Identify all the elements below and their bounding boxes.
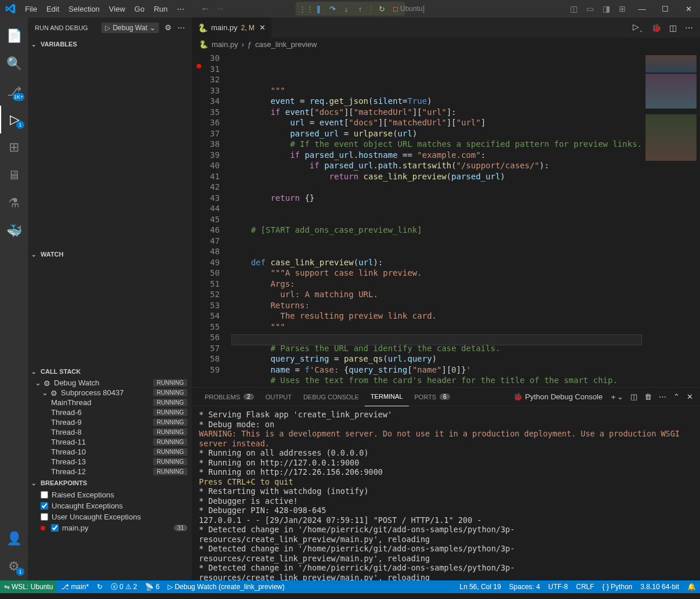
breakpoint-checkbox[interactable]	[51, 524, 59, 532]
terminal-output[interactable]: * Serving Flask app 'create_link_preview…	[192, 406, 700, 580]
remote-explorer-icon[interactable]: 🖥	[0, 161, 28, 189]
eol[interactable]: CRLF	[572, 580, 598, 593]
editor-more-icon[interactable]: ⋯	[685, 23, 693, 33]
new-terminal-icon[interactable]: ＋⌄	[610, 392, 623, 402]
breakpoint-dot[interactable]	[197, 64, 201, 68]
debug-pause[interactable]: ‖	[313, 5, 324, 13]
indentation[interactable]: Spaces: 4	[505, 580, 544, 593]
search-icon[interactable]: 🔍	[0, 50, 28, 78]
menu-go[interactable]: Go	[130, 5, 149, 13]
testing-icon[interactable]: ⚗	[0, 189, 28, 217]
callstack-item[interactable]: Thread-11RUNNING	[28, 437, 192, 447]
debug-grip[interactable]: ⋮⋮	[299, 5, 310, 13]
section-variables[interactable]: ⌄ VARIABLES	[28, 38, 192, 50]
section-watch[interactable]: ⌄ WATCH	[28, 248, 192, 261]
problems-status[interactable]: ⓧ0 ⚠2	[107, 580, 141, 593]
status-badge: RUNNING	[153, 448, 187, 456]
remote-indicator[interactable]: ⇋ WSL: Ubuntu	[0, 580, 57, 593]
debug-console-select[interactable]: 🐞 Python Debug Console	[513, 392, 603, 401]
breakpoint-checkbox[interactable]	[41, 502, 48, 510]
cursor-position[interactable]: Ln 56, Col 19	[455, 580, 505, 593]
callstack-item[interactable]: Thread-12RUNNING	[28, 467, 192, 477]
breadcrumb[interactable]: 🐍 main.py › ƒ case_link_preview	[192, 38, 700, 50]
tab-main-py[interactable]: 🐍 main.py 2, M ✕	[192, 17, 272, 38]
breakpoint-item[interactable]: Uncaught Exceptions	[28, 500, 192, 511]
debug-status[interactable]: ▷ Debug Watch (create_link_preview)	[164, 580, 289, 593]
accounts-icon[interactable]: 👤	[0, 525, 28, 553]
menu-selection[interactable]: Selection	[64, 5, 104, 13]
breakpoint-item[interactable]: main.py31	[28, 522, 192, 533]
breakpoint-checkbox[interactable]	[41, 513, 48, 521]
panel-close-icon[interactable]: ✕	[687, 392, 693, 401]
breakpoint-checkbox[interactable]	[41, 491, 48, 499]
menu-overflow[interactable]: ⋯	[172, 5, 189, 13]
nav-back[interactable]: ←	[201, 3, 210, 14]
panel-more-icon[interactable]: ⋯	[659, 392, 666, 401]
callstack-item[interactable]: Thread-8RUNNING	[28, 427, 192, 437]
debug-step-out[interactable]: ↑	[354, 5, 366, 13]
warning-icon: ⚠	[125, 583, 132, 591]
git-branch[interactable]: ⎇ main*	[57, 580, 93, 593]
python-interpreter[interactable]: 3.8.10 64-bit	[636, 580, 683, 593]
callstack-item[interactable]: ⌄⚙Debug WatchRUNNING	[28, 378, 192, 388]
split-editor-icon[interactable]: ◫	[669, 23, 677, 33]
panel-tab-debug-console[interactable]: DEBUG CONSOLE	[298, 388, 365, 406]
error-icon: ⓧ	[111, 582, 118, 592]
panel-tab-problems[interactable]: PROBLEMS2	[199, 388, 260, 406]
source-control-icon[interactable]: ⎇1K+	[0, 78, 28, 106]
menu-run[interactable]: Run	[149, 5, 172, 13]
panel-tab-terminal[interactable]: TERMINAL	[365, 388, 409, 406]
callstack-item[interactable]: MainThreadRUNNING	[28, 398, 192, 407]
language-mode[interactable]: { } Python	[599, 580, 637, 593]
breakpoint-item[interactable]: Raised Exceptions	[28, 489, 192, 500]
tab-close-icon[interactable]: ✕	[259, 23, 266, 32]
nav-forward[interactable]: →	[216, 3, 225, 14]
debug-gear-icon[interactable]: ⚙	[165, 23, 172, 32]
explorer-icon[interactable]: 📄	[0, 22, 28, 50]
debug-alt-icon[interactable]: 🐞	[651, 23, 661, 33]
run-debug-icon[interactable]: ▷1	[0, 106, 28, 133]
window-close[interactable]: ✕	[677, 0, 700, 17]
menu-file[interactable]: File	[20, 5, 42, 13]
menu-view[interactable]: View	[104, 5, 130, 13]
debug-config-selector[interactable]: ▷ Debug Wat ⌄	[101, 23, 159, 33]
window-minimize[interactable]: —	[630, 0, 654, 17]
docker-icon[interactable]: 🐳	[0, 217, 28, 245]
breakpoint-dot	[41, 526, 45, 531]
breakpoint-item[interactable]: User Uncaught Exceptions	[28, 511, 192, 522]
git-sync[interactable]: ↻	[93, 580, 107, 593]
ports-status[interactable]: 📡6	[141, 580, 164, 593]
callstack-item[interactable]: Thread-10RUNNING	[28, 447, 192, 457]
debug-step-over[interactable]: ↷	[327, 5, 338, 13]
layout-3-icon[interactable]: ◨	[598, 4, 614, 13]
layout-1-icon[interactable]: ◫	[565, 4, 582, 13]
callstack-item[interactable]: Thread-9RUNNING	[28, 417, 192, 427]
panel-tab-output[interactable]: OUTPUT	[260, 388, 298, 406]
split-terminal-icon[interactable]: ◫	[630, 392, 637, 401]
notifications-icon[interactable]: 🔔	[683, 580, 700, 593]
section-callstack[interactable]: ⌄ CALL STACK	[28, 365, 192, 378]
window-maximize[interactable]: ☐	[654, 0, 677, 17]
section-breakpoints[interactable]: ⌄ BREAKPOINTS	[28, 477, 192, 489]
debug-step-into[interactable]: ↓	[340, 5, 352, 13]
editor[interactable]: 3031323334353637383940414243444546474849…	[192, 50, 700, 387]
debug-restart[interactable]: ↻	[376, 5, 387, 13]
panel-maximize-icon[interactable]: ⌃	[673, 392, 680, 401]
callstack-item[interactable]: ⌄⚙Subprocess 80437RUNNING	[28, 388, 192, 398]
status-badge: RUNNING	[153, 468, 187, 475]
extensions-icon[interactable]: ⊞	[0, 133, 28, 161]
layout-2-icon[interactable]: ▭	[582, 4, 598, 13]
kill-terminal-icon[interactable]: 🗑	[644, 392, 652, 401]
debug-stop[interactable]: □	[390, 5, 401, 13]
sidebar: RUN AND DEBUG ▷ Debug Wat ⌄ ⚙ ⋯ ⌄ VARIAB…	[28, 17, 192, 580]
debug-more-icon[interactable]: ⋯	[177, 23, 185, 32]
settings-gear-icon[interactable]: ⚙1	[0, 553, 28, 580]
minimap[interactable]	[642, 50, 700, 387]
run-python-icon[interactable]: ▷⌄	[633, 22, 643, 33]
callstack-item[interactable]: Thread-13RUNNING	[28, 457, 192, 467]
menu-edit[interactable]: Edit	[42, 5, 64, 13]
callstack-item[interactable]: Thread-6RUNNING	[28, 407, 192, 417]
encoding[interactable]: UTF-8	[544, 580, 572, 593]
layout-4-icon[interactable]: ⊞	[614, 4, 630, 13]
panel-tab-ports[interactable]: PORTS6	[409, 388, 456, 406]
